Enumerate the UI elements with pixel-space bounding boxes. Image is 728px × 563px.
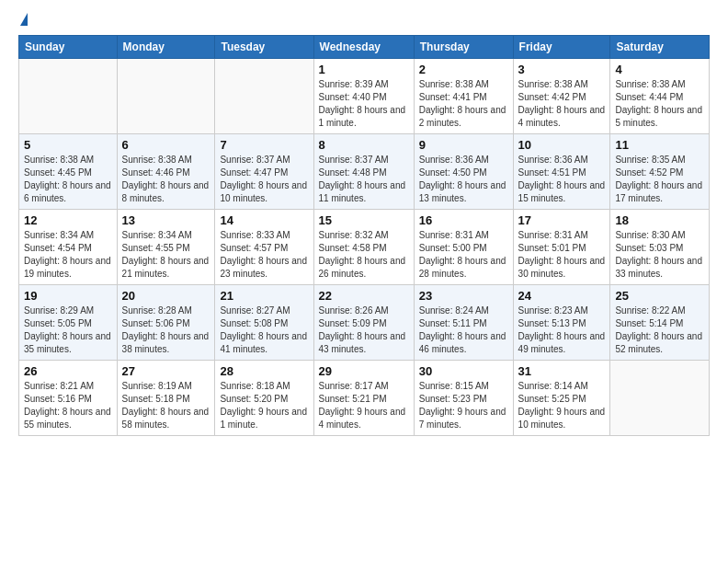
day-number: 3	[518, 63, 606, 76]
calendar-week-row: 1Sunrise: 8:39 AM Sunset: 4:40 PM Daylig…	[19, 59, 710, 134]
day-number: 29	[319, 364, 409, 378]
day-number: 20	[122, 289, 210, 303]
day-info: Sunrise: 8:38 AM Sunset: 4:44 PM Dayligh…	[615, 78, 704, 130]
day-number: 25	[615, 289, 704, 303]
calendar-cell: 9Sunrise: 8:36 AM Sunset: 4:50 PM Daylig…	[414, 134, 513, 210]
calendar-week-row: 26Sunrise: 8:21 AM Sunset: 5:16 PM Dayli…	[19, 361, 710, 436]
calendar-cell: 27Sunrise: 8:19 AM Sunset: 5:18 PM Dayli…	[117, 361, 215, 436]
calendar-week-row: 19Sunrise: 8:29 AM Sunset: 5:05 PM Dayli…	[19, 285, 710, 361]
calendar-cell	[610, 361, 710, 436]
calendar-cell: 30Sunrise: 8:15 AM Sunset: 5:23 PM Dayli…	[414, 361, 513, 436]
day-number: 5	[24, 138, 112, 152]
day-info: Sunrise: 8:38 AM Sunset: 4:41 PM Dayligh…	[419, 78, 508, 130]
calendar-cell: 28Sunrise: 8:18 AM Sunset: 5:20 PM Dayli…	[215, 361, 313, 436]
calendar-cell: 14Sunrise: 8:33 AM Sunset: 4:57 PM Dayli…	[215, 210, 313, 285]
weekday-header-sunday: Sunday	[19, 36, 118, 59]
calendar-cell: 24Sunrise: 8:23 AM Sunset: 5:13 PM Dayli…	[513, 285, 610, 361]
calendar-cell: 1Sunrise: 8:39 AM Sunset: 4:40 PM Daylig…	[313, 59, 414, 134]
page: SundayMondayTuesdayWednesdayThursdayFrid…	[0, 0, 728, 451]
header	[18, 15, 710, 26]
logo-triangle-icon	[20, 13, 28, 26]
day-info: Sunrise: 8:33 AM Sunset: 4:57 PM Dayligh…	[220, 229, 308, 281]
calendar-cell: 29Sunrise: 8:17 AM Sunset: 5:21 PM Dayli…	[313, 361, 414, 436]
day-number: 2	[419, 63, 508, 76]
day-info: Sunrise: 8:36 AM Sunset: 4:50 PM Dayligh…	[419, 154, 508, 205]
calendar-cell: 3Sunrise: 8:38 AM Sunset: 4:42 PM Daylig…	[513, 59, 610, 134]
day-number: 24	[518, 289, 606, 303]
calendar-cell: 12Sunrise: 8:34 AM Sunset: 4:54 PM Dayli…	[19, 210, 118, 285]
day-number: 15	[319, 213, 409, 227]
day-number: 6	[122, 138, 210, 152]
day-info: Sunrise: 8:30 AM Sunset: 5:03 PM Dayligh…	[615, 229, 704, 281]
day-info: Sunrise: 8:34 AM Sunset: 4:55 PM Dayligh…	[122, 229, 210, 281]
day-info: Sunrise: 8:38 AM Sunset: 4:45 PM Dayligh…	[24, 154, 112, 205]
calendar-cell: 4Sunrise: 8:38 AM Sunset: 4:44 PM Daylig…	[610, 59, 710, 134]
day-info: Sunrise: 8:26 AM Sunset: 5:09 PM Dayligh…	[319, 304, 409, 356]
calendar-cell: 8Sunrise: 8:37 AM Sunset: 4:48 PM Daylig…	[313, 134, 414, 210]
day-number: 23	[419, 289, 508, 303]
day-info: Sunrise: 8:36 AM Sunset: 4:51 PM Dayligh…	[518, 154, 606, 205]
day-number: 17	[518, 213, 606, 227]
day-number: 18	[615, 213, 704, 227]
day-number: 13	[122, 213, 210, 227]
day-info: Sunrise: 8:35 AM Sunset: 4:52 PM Dayligh…	[615, 154, 704, 205]
day-info: Sunrise: 8:14 AM Sunset: 5:25 PM Dayligh…	[518, 380, 606, 431]
calendar-cell: 25Sunrise: 8:22 AM Sunset: 5:14 PM Dayli…	[610, 285, 710, 361]
day-info: Sunrise: 8:17 AM Sunset: 5:21 PM Dayligh…	[319, 380, 409, 431]
weekday-header-tuesday: Tuesday	[215, 36, 313, 59]
calendar-cell: 22Sunrise: 8:26 AM Sunset: 5:09 PM Dayli…	[313, 285, 414, 361]
day-info: Sunrise: 8:37 AM Sunset: 4:48 PM Dayligh…	[319, 154, 409, 205]
day-info: Sunrise: 8:34 AM Sunset: 4:54 PM Dayligh…	[24, 229, 112, 281]
day-info: Sunrise: 8:15 AM Sunset: 5:23 PM Dayligh…	[419, 380, 508, 431]
day-number: 21	[220, 289, 308, 303]
calendar-cell: 31Sunrise: 8:14 AM Sunset: 5:25 PM Dayli…	[513, 361, 610, 436]
calendar-week-row: 5Sunrise: 8:38 AM Sunset: 4:45 PM Daylig…	[19, 134, 710, 210]
calendar-cell: 5Sunrise: 8:38 AM Sunset: 4:45 PM Daylig…	[19, 134, 118, 210]
calendar-cell	[215, 59, 313, 134]
calendar-cell: 16Sunrise: 8:31 AM Sunset: 5:00 PM Dayli…	[414, 210, 513, 285]
logo	[18, 15, 28, 26]
calendar-cell: 19Sunrise: 8:29 AM Sunset: 5:05 PM Dayli…	[19, 285, 118, 361]
day-number: 1	[319, 63, 409, 76]
day-number: 10	[518, 138, 606, 152]
day-number: 12	[24, 213, 112, 227]
calendar-cell: 20Sunrise: 8:28 AM Sunset: 5:06 PM Dayli…	[117, 285, 215, 361]
calendar-cell: 26Sunrise: 8:21 AM Sunset: 5:16 PM Dayli…	[19, 361, 118, 436]
calendar-cell: 11Sunrise: 8:35 AM Sunset: 4:52 PM Dayli…	[610, 134, 710, 210]
calendar-cell: 17Sunrise: 8:31 AM Sunset: 5:01 PM Dayli…	[513, 210, 610, 285]
day-number: 31	[518, 364, 606, 378]
day-number: 9	[419, 138, 508, 152]
calendar-cell: 21Sunrise: 8:27 AM Sunset: 5:08 PM Dayli…	[215, 285, 313, 361]
day-number: 26	[24, 364, 112, 378]
day-number: 11	[615, 138, 704, 152]
day-info: Sunrise: 8:23 AM Sunset: 5:13 PM Dayligh…	[518, 304, 606, 356]
weekday-header-saturday: Saturday	[610, 36, 710, 59]
day-info: Sunrise: 8:18 AM Sunset: 5:20 PM Dayligh…	[220, 380, 308, 431]
day-number: 14	[220, 213, 308, 227]
calendar-table: SundayMondayTuesdayWednesdayThursdayFrid…	[18, 35, 710, 436]
day-info: Sunrise: 8:28 AM Sunset: 5:06 PM Dayligh…	[122, 304, 210, 356]
day-number: 28	[220, 364, 308, 378]
calendar-cell: 10Sunrise: 8:36 AM Sunset: 4:51 PM Dayli…	[513, 134, 610, 210]
day-number: 7	[220, 138, 308, 152]
day-info: Sunrise: 8:38 AM Sunset: 4:46 PM Dayligh…	[122, 154, 210, 205]
weekday-header-friday: Friday	[513, 36, 610, 59]
calendar-cell: 6Sunrise: 8:38 AM Sunset: 4:46 PM Daylig…	[117, 134, 215, 210]
day-info: Sunrise: 8:31 AM Sunset: 5:01 PM Dayligh…	[518, 229, 606, 281]
weekday-header-wednesday: Wednesday	[313, 36, 414, 59]
day-number: 8	[319, 138, 409, 152]
day-info: Sunrise: 8:29 AM Sunset: 5:05 PM Dayligh…	[24, 304, 112, 356]
day-info: Sunrise: 8:19 AM Sunset: 5:18 PM Dayligh…	[122, 380, 210, 431]
day-number: 16	[419, 213, 508, 227]
day-info: Sunrise: 8:37 AM Sunset: 4:47 PM Dayligh…	[220, 154, 308, 205]
calendar-cell	[19, 59, 118, 134]
day-number: 30	[419, 364, 508, 378]
day-info: Sunrise: 8:38 AM Sunset: 4:42 PM Dayligh…	[518, 78, 606, 130]
day-info: Sunrise: 8:32 AM Sunset: 4:58 PM Dayligh…	[319, 229, 409, 281]
weekday-header-thursday: Thursday	[414, 36, 513, 59]
day-number: 19	[24, 289, 112, 303]
day-info: Sunrise: 8:21 AM Sunset: 5:16 PM Dayligh…	[24, 380, 112, 431]
calendar-week-row: 12Sunrise: 8:34 AM Sunset: 4:54 PM Dayli…	[19, 210, 710, 285]
day-number: 4	[615, 63, 704, 76]
day-info: Sunrise: 8:22 AM Sunset: 5:14 PM Dayligh…	[615, 304, 704, 356]
